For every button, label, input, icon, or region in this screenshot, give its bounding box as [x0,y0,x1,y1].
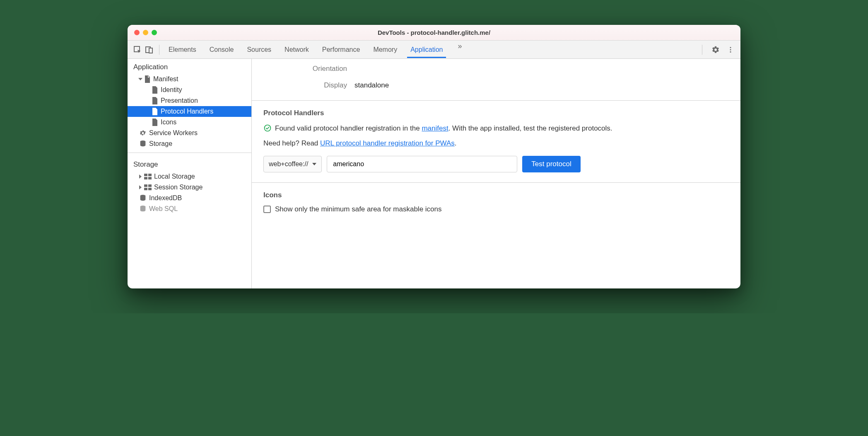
separator [702,45,702,55]
settings-icon[interactable] [710,44,721,56]
section-heading: Icons [263,191,729,199]
maskable-checkbox[interactable] [263,206,271,213]
svg-rect-7 [144,174,147,176]
toolbar-right [698,44,736,56]
inspect-element-icon[interactable] [132,44,143,56]
sidebar-item-local-storage[interactable]: Local Storage [128,171,251,182]
help-doc-link[interactable]: URL protocol handler registration for PW… [320,139,455,147]
checkbox-label: Show only the minimum safe area for mask… [275,205,442,213]
close-window-button[interactable] [134,30,140,35]
titlebar: DevTools - protocol-handler.glitch.me/ [128,25,740,41]
svg-rect-2 [149,48,152,53]
svg-point-5 [730,51,731,52]
sidebar-item-icons[interactable]: Icons [128,117,251,128]
protocol-test-row: web+coffee:// Test protocol [263,156,729,172]
sidebar-label: Local Storage [154,173,195,180]
sidebar-section-application: Application [128,59,251,74]
sidebar-label: Presentation [161,97,198,104]
tab-application[interactable]: Application [410,42,444,58]
sidebar-item-protocol-handlers[interactable]: Protocol Handlers [128,106,251,117]
table-icon [144,184,152,190]
svg-rect-11 [144,184,147,187]
tab-elements[interactable]: Elements [168,42,197,58]
sidebar-item-identity[interactable]: Identity [128,85,251,95]
panel-tabs: Elements Console Sources Network Perform… [168,42,698,58]
tab-console[interactable]: Console [209,42,235,58]
svg-rect-13 [144,188,147,190]
sidebar-item-manifest[interactable]: Manifest [128,74,251,85]
document-icon [152,119,158,126]
kv-key: Orientation [263,65,354,73]
expand-arrow-icon [138,78,142,80]
database-icon [139,140,147,148]
document-icon [144,75,151,83]
sidebar-label: Protocol Handlers [161,108,213,115]
document-icon [152,108,158,115]
svg-point-17 [265,125,271,131]
devtools-toolbar: Elements Console Sources Network Perform… [128,41,740,59]
manifest-main-pane: Orientation Display standalone Protocol … [252,59,740,288]
device-toolbar-icon[interactable] [143,44,155,56]
svg-rect-12 [148,184,152,187]
gear-icon [139,129,147,137]
kv-key: Display [263,81,354,90]
maximize-window-button[interactable] [152,30,157,35]
protocol-value-input[interactable] [327,156,517,172]
tab-memory[interactable]: Memory [372,42,398,58]
protocol-scheme-select[interactable]: web+coffee:// [263,156,322,172]
status-text: Found valid protocol handler registratio… [275,123,612,134]
svg-point-3 [730,47,731,48]
more-tabs-icon[interactable]: » [455,42,464,58]
kv-orientation: Orientation [263,61,729,78]
expand-arrow-icon [139,174,142,179]
svg-rect-10 [148,177,152,179]
database-icon [139,194,147,202]
sidebar-label: Identity [161,86,182,94]
svg-point-4 [730,49,731,50]
section-heading: Protocol Handlers [263,109,729,117]
sidebar-label: Storage [149,140,172,148]
scheme-label: web+coffee:// [269,160,308,168]
expand-arrow-icon [139,185,142,189]
svg-rect-9 [144,177,147,179]
test-protocol-button[interactable]: Test protocol [522,156,580,172]
document-icon [152,86,158,94]
divider [128,153,251,153]
sidebar-item-storage[interactable]: Storage [128,138,251,149]
minimize-window-button[interactable] [143,30,148,35]
tab-performance[interactable]: Performance [321,42,361,58]
sidebar-section-storage: Storage [128,156,251,171]
section-icons: Icons Show only the minimum safe area fo… [252,182,740,223]
tab-sources[interactable]: Sources [246,42,272,58]
sidebar-item-service-workers[interactable]: Service Workers [128,128,251,138]
sidebar-label: Session Storage [154,184,203,191]
tab-network[interactable]: Network [284,42,310,58]
sidebar-label: IndexedDB [149,194,182,202]
database-icon [139,205,147,213]
document-icon [152,97,158,104]
sidebar-label: Web SQL [149,205,178,213]
devtools-window: DevTools - protocol-handler.glitch.me/ E… [128,25,740,288]
sidebar-item-presentation[interactable]: Presentation [128,95,251,106]
sidebar-label: Manifest [153,75,178,83]
svg-rect-14 [148,188,152,190]
content-area: Application Manifest Identity Presentati… [128,59,740,288]
maskable-checkbox-row: Show only the minimum safe area for mask… [263,205,729,213]
application-sidebar: Application Manifest Identity Presentati… [128,59,252,288]
window-title: DevTools - protocol-handler.glitch.me/ [128,29,740,36]
sidebar-item-websql[interactable]: Web SQL [128,203,251,214]
kebab-menu-icon[interactable] [725,44,736,56]
check-circle-icon [263,124,272,132]
section-protocol-handlers: Protocol Handlers Found valid protocol h… [252,100,740,182]
separator [159,45,159,55]
help-text: Need help? Read URL protocol handler reg… [263,138,729,149]
chevron-down-icon [312,163,316,165]
sidebar-item-session-storage[interactable]: Session Storage [128,182,251,193]
status-message: Found valid protocol handler registratio… [263,123,729,134]
sidebar-label: Icons [161,119,176,126]
kv-value: standalone [354,81,389,90]
sidebar-label: Service Workers [149,129,198,137]
sidebar-item-indexeddb[interactable]: IndexedDB [128,193,251,203]
kv-display: Display standalone [263,78,729,94]
manifest-link[interactable]: manifest [422,124,448,132]
